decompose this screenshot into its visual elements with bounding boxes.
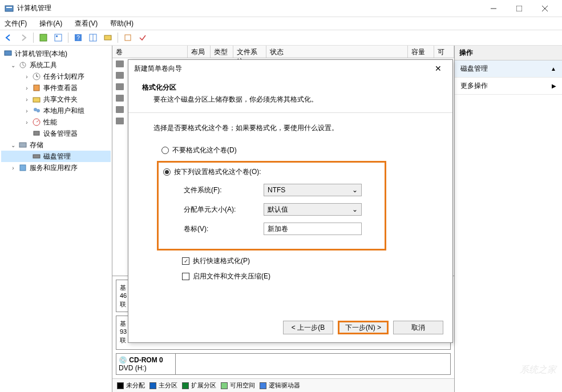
chevron-down-icon: ⌄: [352, 205, 358, 213]
legend-free: 可用空间: [221, 381, 255, 390]
tb-icon-3[interactable]: [87, 31, 99, 44]
volume-icon: [116, 106, 124, 113]
col-fs[interactable]: 文件系统: [233, 46, 266, 58]
fs-combo[interactable]: NTFS ⌄: [264, 184, 362, 196]
cdrom-icon: 💿: [119, 356, 127, 364]
volume-icon: [116, 95, 124, 102]
svg-rect-0: [5, 6, 13, 11]
radio-format[interactable]: 按下列设置格式化这个卷(O):: [163, 167, 380, 177]
volume-list-header: 卷 布局 类型 文件系统 状态 容量 可: [112, 46, 454, 58]
chevron-right-icon: ▶: [552, 83, 556, 89]
svg-rect-25: [33, 155, 40, 158]
check-compress[interactable]: 启用文件和文件夹压缩(E): [153, 272, 427, 281]
tb-icon-1[interactable]: [37, 31, 50, 44]
tree-system-tools[interactable]: ⌄ 系统工具: [1, 59, 111, 71]
tb-icon-2[interactable]: [52, 31, 64, 44]
tree-performance[interactable]: › 性能: [1, 116, 111, 128]
storage-icon: [18, 140, 27, 149]
tree-shared-folders[interactable]: › 共享文件夹: [1, 94, 111, 105]
window-title: 计算机管理: [17, 3, 480, 13]
maximize-button[interactable]: [506, 1, 532, 17]
back-button[interactable]: [2, 31, 15, 44]
col-volume[interactable]: 卷: [112, 46, 188, 58]
tb-icon-4[interactable]: [102, 31, 114, 44]
back-button[interactable]: < 上一步(B: [283, 321, 333, 334]
dialog-close-button[interactable]: ✕: [430, 64, 447, 73]
forward-button[interactable]: [17, 31, 30, 44]
row-vol-label: 卷标(V): 新加卷: [163, 223, 380, 235]
menu-action[interactable]: 操作(A): [37, 18, 64, 30]
action-more[interactable]: 更多操作 ▶: [455, 78, 562, 95]
chevron-right-icon[interactable]: ›: [24, 108, 30, 114]
col-free[interactable]: 可: [434, 46, 454, 58]
chevron-right-icon[interactable]: ›: [24, 85, 30, 91]
radio-no-format[interactable]: 不要格式化这个卷(D): [153, 146, 427, 155]
legend-logical: 逻辑驱动器: [260, 381, 300, 390]
watermark: 系统之家: [520, 364, 556, 376]
checkbox-icon: [182, 257, 189, 265]
chevron-right-icon[interactable]: ›: [24, 96, 30, 103]
cancel-button[interactable]: 取消: [393, 321, 443, 334]
tree-device-manager[interactable]: › 设备管理器: [1, 128, 111, 139]
svg-rect-6: [40, 34, 47, 41]
legend: 未分配 主分区 扩展分区 可用空间 逻辑驱动器: [112, 378, 454, 392]
next-button[interactable]: 下一步(N) >: [338, 321, 389, 334]
menu-view[interactable]: 查看(V): [72, 18, 100, 30]
title-bar: 计算机管理: [0, 0, 562, 17]
svg-rect-14: [125, 35, 131, 41]
alloc-combo[interactable]: 默认值 ⌄: [264, 203, 362, 216]
svg-rect-7: [55, 34, 62, 41]
col-capacity[interactable]: 容量: [408, 46, 434, 58]
tree-root[interactable]: 计算机管理(本地): [1, 48, 111, 59]
tree-panel: 计算机管理(本地) ⌄ 系统工具 › 任务计划程序 › 事件查看器 › 共享文件…: [0, 46, 112, 392]
check-quick-format[interactable]: 执行快速格式化(P): [153, 256, 427, 266]
svg-rect-23: [34, 131, 39, 135]
help-icon[interactable]: ?: [72, 31, 84, 44]
chevron-right-icon[interactable]: ›: [24, 74, 30, 80]
tb-icon-6[interactable]: [136, 31, 149, 44]
cdrom-label: 💿 CD-ROM 0 DVD (H:): [116, 354, 176, 374]
legend-extended: 扩展分区: [182, 381, 216, 390]
col-type[interactable]: 类型: [211, 46, 233, 58]
format-settings-highlight: 按下列设置格式化这个卷(O): 文件系统(F): NTFS ⌄ 分配单元大小(A…: [157, 161, 386, 250]
tb-icon-5[interactable]: [122, 31, 134, 44]
minimize-button[interactable]: [480, 1, 506, 17]
dialog-body: 选择是否要格式化这个卷；如果要格式化，要使用什么设置。 不要格式化这个卷(D) …: [128, 113, 452, 293]
chevron-right-icon[interactable]: ›: [10, 165, 16, 171]
device-icon: [32, 129, 41, 138]
col-status[interactable]: 状态: [266, 46, 408, 58]
tree-local-users[interactable]: › 本地用户和组: [1, 105, 111, 116]
action-panel: 操作 磁盘管理 ▲ 更多操作 ▶: [455, 46, 562, 392]
close-button[interactable]: [532, 1, 557, 17]
app-icon: [5, 4, 14, 13]
dialog-subheading: 要在这个磁盘分区上储存数据，你必须先将其格式化。: [142, 95, 439, 104]
vol-label-input[interactable]: 新加卷: [264, 223, 362, 235]
chevron-down-icon[interactable]: ⌄: [10, 142, 16, 148]
tree-disk-management[interactable]: › 磁盘管理: [1, 151, 111, 162]
tree-services-apps[interactable]: › 服务和应用程序: [1, 162, 111, 173]
tools-icon: [18, 60, 27, 70]
chevron-down-icon: ⌄: [352, 186, 358, 194]
toolbar: ?: [0, 30, 562, 46]
menu-help[interactable]: 帮助(H): [108, 18, 136, 30]
services-icon: [18, 163, 27, 172]
tree-event-viewer[interactable]: › 事件查看器: [1, 82, 111, 94]
col-layout[interactable]: 布局: [188, 46, 211, 58]
svg-rect-15: [5, 51, 11, 55]
svg-rect-18: [34, 85, 39, 91]
dialog-heading: 格式化分区: [142, 83, 439, 92]
action-disk-mgmt[interactable]: 磁盘管理 ▲: [455, 60, 562, 78]
cdrom-block[interactable]: 💿 CD-ROM 0 DVD (H:): [116, 353, 451, 375]
menu-file[interactable]: 文件(F): [2, 18, 29, 30]
chevron-right-icon[interactable]: ›: [24, 119, 30, 126]
chevron-down-icon[interactable]: ⌄: [10, 62, 16, 68]
legend-primary: 主分区: [149, 381, 177, 390]
computer-icon: [3, 49, 13, 58]
tree-storage[interactable]: ⌄ 存储: [1, 139, 111, 151]
svg-rect-19: [33, 98, 40, 102]
clock-icon: [32, 72, 41, 81]
svg-rect-13: [104, 35, 111, 40]
tree-task-scheduler[interactable]: › 任务计划程序: [1, 71, 111, 82]
volume-icon: [116, 118, 124, 124]
collapse-icon: ▲: [551, 66, 556, 72]
